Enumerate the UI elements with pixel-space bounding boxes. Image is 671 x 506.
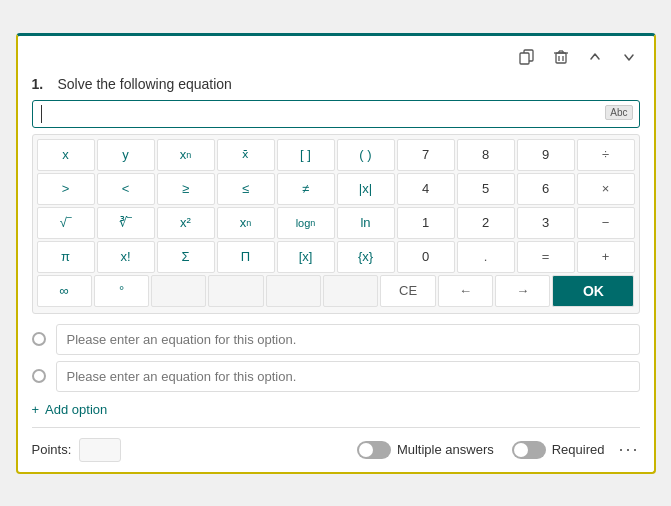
key-5[interactable]: 5 bbox=[457, 173, 515, 205]
equation-input-box[interactable]: Abc bbox=[32, 100, 640, 128]
more-options-button[interactable]: ··· bbox=[618, 439, 639, 460]
abc-badge: Abc bbox=[605, 105, 632, 120]
required-label: Required bbox=[552, 442, 605, 457]
key-plus[interactable]: + bbox=[577, 241, 635, 273]
key-ok[interactable]: OK bbox=[552, 275, 634, 307]
key-x[interactable]: x bbox=[37, 139, 95, 171]
required-thumb bbox=[514, 443, 528, 457]
question-row: 1. Solve the following equation bbox=[32, 76, 640, 92]
option-radio-1[interactable] bbox=[32, 332, 46, 346]
key-less[interactable]: < bbox=[97, 173, 155, 205]
key-ln[interactable]: ln bbox=[337, 207, 395, 239]
key-times[interactable]: × bbox=[577, 173, 635, 205]
option-row-2 bbox=[32, 361, 640, 392]
key-3[interactable]: 3 bbox=[517, 207, 575, 239]
multiple-answers-thumb bbox=[359, 443, 373, 457]
key-backspace[interactable]: ← bbox=[438, 275, 493, 307]
key-empty-3 bbox=[266, 275, 321, 307]
points-input[interactable] bbox=[79, 438, 121, 462]
key-x-sup-n[interactable]: xn bbox=[157, 139, 215, 171]
key-forward[interactable]: → bbox=[495, 275, 550, 307]
key-greater[interactable]: > bbox=[37, 173, 95, 205]
move-down-icon[interactable] bbox=[618, 46, 640, 68]
add-option-icon: + bbox=[32, 402, 40, 417]
multiple-answers-label: Multiple answers bbox=[397, 442, 494, 457]
key-sigma[interactable]: Σ bbox=[157, 241, 215, 273]
key-geq[interactable]: ≥ bbox=[157, 173, 215, 205]
key-pi[interactable]: π bbox=[37, 241, 95, 273]
multiple-answers-toggle-group: Multiple answers bbox=[357, 441, 494, 459]
key-xn[interactable]: xn bbox=[217, 207, 275, 239]
key-degree[interactable]: ° bbox=[94, 275, 149, 307]
add-option-button[interactable]: + Add option bbox=[32, 398, 640, 421]
option-input-2[interactable] bbox=[56, 361, 640, 392]
key-bracket-sq[interactable]: [ ] bbox=[277, 139, 335, 171]
key-empty-1 bbox=[151, 275, 206, 307]
question-card: 1. Solve the following equation Abc x y … bbox=[16, 33, 656, 474]
key-1[interactable]: 1 bbox=[397, 207, 455, 239]
key-abs[interactable]: |x| bbox=[337, 173, 395, 205]
required-toggle-group: Required bbox=[512, 441, 605, 459]
required-toggle[interactable] bbox=[512, 441, 546, 459]
footer-divider bbox=[32, 427, 640, 428]
question-text: Solve the following equation bbox=[58, 76, 232, 92]
key-infinity[interactable]: ∞ bbox=[37, 275, 92, 307]
key-equals[interactable]: = bbox=[517, 241, 575, 273]
key-empty-2 bbox=[208, 275, 263, 307]
key-product[interactable]: Π bbox=[217, 241, 275, 273]
key-dot[interactable]: . bbox=[457, 241, 515, 273]
add-option-label: Add option bbox=[45, 402, 107, 417]
option-row-1 bbox=[32, 324, 640, 355]
footer-points: Points: bbox=[32, 438, 122, 462]
key-ce[interactable]: CE bbox=[380, 275, 435, 307]
key-7[interactable]: 7 bbox=[397, 139, 455, 171]
footer: Points: Multiple answers Required ··· bbox=[32, 434, 640, 462]
key-factorial[interactable]: x! bbox=[97, 241, 155, 273]
delete-icon[interactable] bbox=[550, 46, 572, 68]
key-9[interactable]: 9 bbox=[517, 139, 575, 171]
key-4[interactable]: 4 bbox=[397, 173, 455, 205]
svg-rect-2 bbox=[556, 53, 566, 63]
top-toolbar bbox=[32, 46, 640, 68]
key-minus[interactable]: − bbox=[577, 207, 635, 239]
key-6[interactable]: 6 bbox=[517, 173, 575, 205]
points-label: Points: bbox=[32, 442, 72, 457]
key-floor[interactable]: [x] bbox=[277, 241, 335, 273]
question-number: 1. bbox=[32, 76, 48, 92]
copy-icon[interactable] bbox=[516, 46, 538, 68]
option-input-1[interactable] bbox=[56, 324, 640, 355]
multiple-answers-toggle[interactable] bbox=[357, 441, 391, 459]
key-bracket-round[interactable]: ( ) bbox=[337, 139, 395, 171]
option-radio-2[interactable] bbox=[32, 369, 46, 383]
keypad-row-3: √‾ ∛‾ x² xn logn ln 1 2 3 − bbox=[37, 207, 635, 239]
cursor bbox=[41, 105, 42, 123]
footer-toggles: Multiple answers Required bbox=[357, 441, 605, 459]
keypad-row-2: > < ≥ ≤ ≠ |x| 4 5 6 × bbox=[37, 173, 635, 205]
key-fraction[interactable]: x̄ bbox=[217, 139, 275, 171]
key-x2[interactable]: x² bbox=[157, 207, 215, 239]
move-up-icon[interactable] bbox=[584, 46, 606, 68]
key-log[interactable]: logn bbox=[277, 207, 335, 239]
key-0[interactable]: 0 bbox=[397, 241, 455, 273]
key-empty-4 bbox=[323, 275, 378, 307]
keypad: x y xn x̄ [ ] ( ) 7 8 9 ÷ > < ≥ ≤ ≠ |x| … bbox=[32, 134, 640, 314]
keypad-row-5: ∞ ° CE ← → OK bbox=[37, 275, 635, 307]
key-neq[interactable]: ≠ bbox=[277, 173, 335, 205]
key-y[interactable]: y bbox=[97, 139, 155, 171]
key-ceil[interactable]: {x} bbox=[337, 241, 395, 273]
key-divide[interactable]: ÷ bbox=[577, 139, 635, 171]
key-leq[interactable]: ≤ bbox=[217, 173, 275, 205]
key-8[interactable]: 8 bbox=[457, 139, 515, 171]
key-sqrt[interactable]: √‾ bbox=[37, 207, 95, 239]
key-2[interactable]: 2 bbox=[457, 207, 515, 239]
svg-rect-1 bbox=[520, 53, 529, 64]
keypad-row-4: π x! Σ Π [x] {x} 0 . = + bbox=[37, 241, 635, 273]
keypad-row-1: x y xn x̄ [ ] ( ) 7 8 9 ÷ bbox=[37, 139, 635, 171]
key-cbrt[interactable]: ∛‾ bbox=[97, 207, 155, 239]
